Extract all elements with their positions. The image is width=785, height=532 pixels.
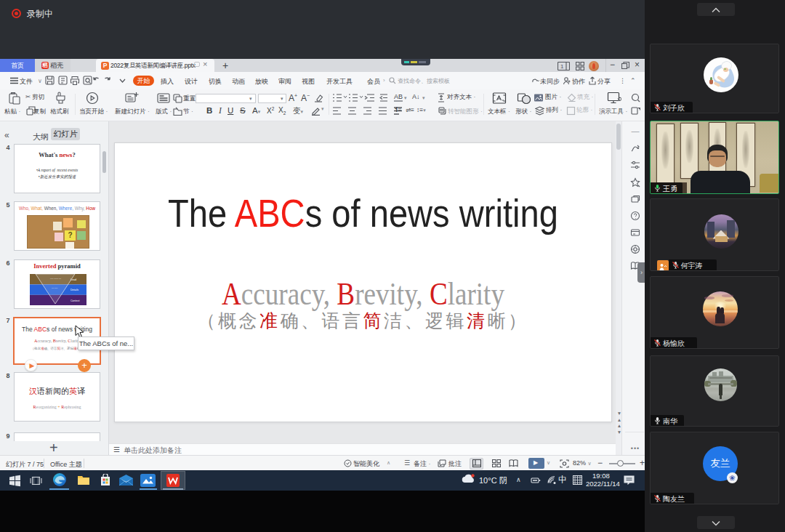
svg-text:~~ ~~~: ~~ ~~~	[52, 288, 58, 290]
svg-text:Context: Context	[71, 299, 79, 302]
svg-text:Details: Details	[71, 289, 78, 291]
svg-text:Lead: Lead	[71, 278, 76, 281]
svg-text:~~~ ~~~~ ~~: ~~~ ~~~~ ~~	[50, 278, 62, 281]
svg-text:1: 1	[560, 63, 564, 70]
